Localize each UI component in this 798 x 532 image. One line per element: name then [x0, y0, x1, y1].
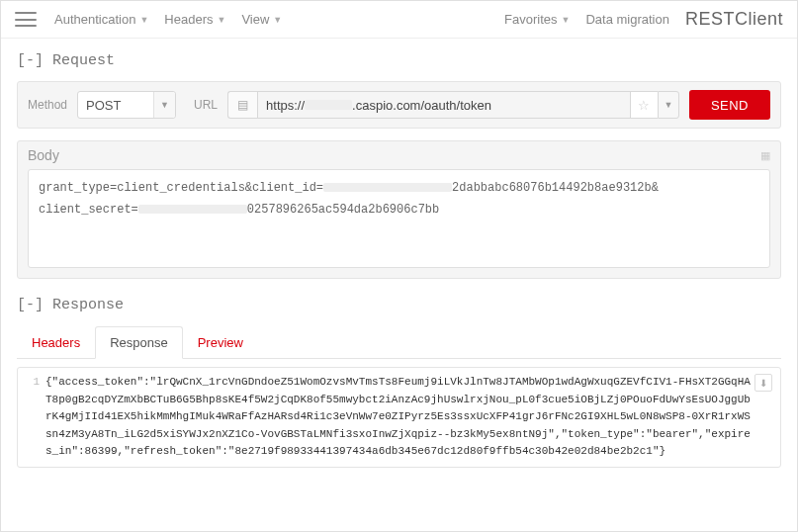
chevron-down-icon: ▼	[273, 15, 282, 25]
response-body[interactable]: {"access_token":"lrQwCnX_1rcVnGDndoeZ51W…	[40, 374, 751, 461]
request-section-header: [-] Request	[17, 52, 781, 69]
body-panel: Body ▦ grant_type=client_credentials&cli…	[17, 140, 781, 279]
collapse-toggle[interactable]: [-] Response	[17, 297, 124, 313]
collapse-toggle[interactable]: [-] Request	[17, 52, 115, 69]
brand-logo: RESTClient	[685, 9, 783, 30]
download-icon[interactable]: ⬇	[754, 374, 772, 392]
request-row: Method POST ▼ URL ▤ https://.caspio.com/…	[17, 81, 781, 129]
line-number: 1	[22, 374, 40, 388]
tab-headers[interactable]: Headers	[17, 326, 95, 359]
url-group: ▤ https://.caspio.com/oauth/token ☆ ▼	[227, 91, 679, 119]
menu-data-migration[interactable]: Data migration	[585, 12, 669, 27]
chevron-down-icon: ▼	[562, 15, 571, 25]
body-label: Body	[28, 147, 59, 163]
url-input[interactable]: https://.caspio.com/oauth/token	[257, 91, 630, 119]
tab-preview[interactable]: Preview	[183, 326, 258, 359]
url-label: URL	[194, 98, 218, 112]
response-tabs: Headers Response Preview	[17, 325, 781, 359]
star-icon[interactable]: ☆	[630, 91, 658, 119]
chevron-down-icon: ▼	[217, 15, 225, 25]
method-label: Method	[28, 98, 67, 112]
hamburger-icon[interactable]	[15, 12, 37, 27]
menu-headers[interactable]: Headers▼	[164, 12, 225, 27]
send-button[interactable]: SEND	[689, 90, 770, 120]
body-textarea[interactable]: grant_type=client_credentials&client_id=…	[28, 169, 770, 268]
tab-response[interactable]: Response	[95, 326, 183, 359]
chevron-down-icon[interactable]: ▼	[658, 91, 679, 119]
response-section-header: [-] Response	[17, 297, 781, 313]
document-icon[interactable]: ▤	[227, 91, 257, 119]
topbar: Authentication▼ Headers▼ View▼ Favorites…	[1, 1, 797, 39]
menu-authentication[interactable]: Authentication▼	[54, 12, 148, 27]
menu-favorites[interactable]: Favorites▼	[504, 12, 570, 27]
menu-view[interactable]: View▼	[241, 12, 282, 27]
grid-icon[interactable]: ▦	[760, 149, 770, 162]
chevron-down-icon[interactable]: ▼	[153, 92, 175, 118]
method-select[interactable]: POST ▼	[77, 91, 176, 119]
response-box: 1 {"access_token":"lrQwCnX_1rcVnGDndoeZ5…	[17, 367, 781, 468]
chevron-down-icon: ▼	[139, 15, 148, 25]
